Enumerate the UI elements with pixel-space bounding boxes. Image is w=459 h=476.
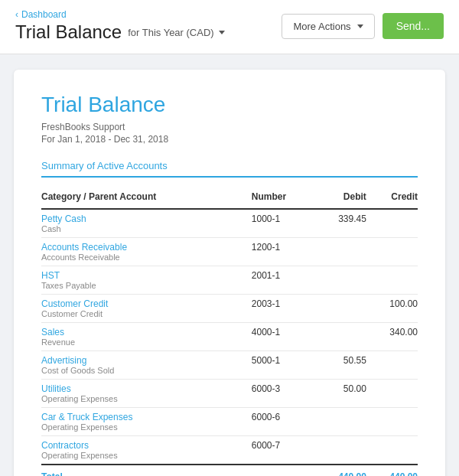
page-title: Trial Balance for This Year (CAD)	[15, 21, 225, 43]
table-row: Petty Cash Cash 1000-1 339.45	[41, 209, 418, 238]
cell-account: Advertising Cost of Goods Sold	[41, 351, 252, 380]
cell-number: 6000-6	[252, 408, 315, 436]
cell-account: Petty Cash Cash	[41, 209, 252, 238]
page-title-sub[interactable]: for This Year (CAD)	[128, 27, 224, 38]
cell-debit: 50.00	[315, 380, 366, 408]
page-header: ‹ Dashboard Trial Balance for This Year …	[0, 0, 459, 54]
cell-credit	[366, 238, 418, 266]
report-period: For Jan 1, 2018 - Dec 31, 2018	[41, 134, 418, 145]
main-content: Trial Balance FreshBooks Support For Jan…	[0, 54, 459, 476]
cell-number: 1000-1	[252, 209, 315, 238]
col-credit: Credit	[366, 187, 418, 209]
cell-credit	[366, 408, 418, 436]
cell-debit: 50.55	[315, 351, 366, 380]
cell-number: 1200-1	[252, 238, 315, 266]
cell-credit: 340.00	[366, 323, 418, 351]
table-row: HST Taxes Payable 2001-1	[41, 266, 418, 295]
cell-account: Customer Credit Customer Credit	[41, 295, 252, 323]
report-title: Trial Balance	[41, 93, 418, 117]
chevron-left-icon: ‹	[15, 9, 18, 20]
cell-account: HST Taxes Payable	[41, 266, 252, 295]
back-link[interactable]: ‹ Dashboard	[15, 9, 225, 20]
cell-credit	[366, 266, 418, 295]
col-debit: Debit	[315, 187, 366, 209]
cell-number: 6000-3	[252, 380, 315, 408]
cell-debit	[315, 323, 366, 351]
table-row: Accounts Receivable Accounts Receivable …	[41, 238, 418, 266]
header-right: More Actions Send...	[282, 13, 444, 39]
more-actions-chevron-icon	[357, 24, 363, 28]
cell-credit	[366, 380, 418, 408]
period-dropdown-icon	[219, 31, 225, 34]
cell-debit	[315, 436, 366, 465]
report-table: Category / Parent Account Number Debit C…	[41, 187, 418, 476]
cell-debit: 339.45	[315, 209, 366, 238]
cell-credit	[366, 209, 418, 238]
total-credit: 440.00CAD	[366, 465, 418, 476]
table-row: Utilities Operating Expenses 6000-3 50.0…	[41, 380, 418, 408]
cell-account: Utilities Operating Expenses	[41, 380, 252, 408]
cell-number: 4000-1	[252, 323, 315, 351]
report-company: FreshBooks Support	[41, 122, 418, 132]
cell-account: Car & Truck Expenses Operating Expenses	[41, 408, 252, 436]
total-label: Total	[41, 465, 252, 476]
cell-credit	[366, 351, 418, 380]
cell-number: 2003-1	[252, 295, 315, 323]
cell-account: Sales Revenue	[41, 323, 252, 351]
total-debit: 440.00CAD	[315, 465, 366, 476]
report-card: Trial Balance FreshBooks Support For Jan…	[14, 70, 445, 476]
cell-number: 5000-1	[252, 351, 315, 380]
cell-account: Contractors Operating Expenses	[41, 436, 252, 465]
table-header-row: Category / Parent Account Number Debit C…	[41, 187, 418, 209]
table-row: Customer Credit Customer Credit 2003-1 1…	[41, 295, 418, 323]
cell-credit	[366, 436, 418, 465]
cell-number: 2001-1	[252, 266, 315, 295]
total-empty	[252, 465, 315, 476]
col-number: Number	[252, 187, 315, 209]
cell-account: Accounts Receivable Accounts Receivable	[41, 238, 252, 266]
header-left: ‹ Dashboard Trial Balance for This Year …	[15, 9, 225, 43]
more-actions-button[interactable]: More Actions	[282, 14, 374, 39]
total-row: Total 440.00CAD 440.00CAD	[41, 465, 418, 476]
cell-debit	[315, 238, 366, 266]
send-button[interactable]: Send...	[382, 13, 444, 39]
section-header: Summary of Active Accounts	[41, 160, 418, 178]
cell-credit: 100.00	[366, 295, 418, 323]
cell-debit	[315, 408, 366, 436]
cell-number: 6000-7	[252, 436, 315, 465]
table-row: Advertising Cost of Goods Sold 5000-1 50…	[41, 351, 418, 380]
table-row: Sales Revenue 4000-1 340.00	[41, 323, 418, 351]
table-row: Contractors Operating Expenses 6000-7	[41, 436, 418, 465]
cell-debit	[315, 295, 366, 323]
col-category: Category / Parent Account	[41, 187, 252, 209]
cell-debit	[315, 266, 366, 295]
table-row: Car & Truck Expenses Operating Expenses …	[41, 408, 418, 436]
